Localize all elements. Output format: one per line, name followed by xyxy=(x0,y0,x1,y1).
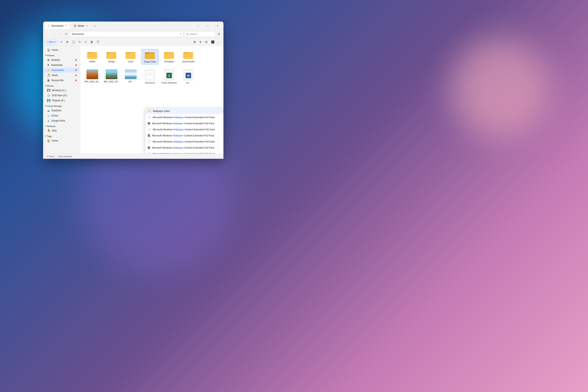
copy-button[interactable]: ⧉ xyxy=(65,39,70,45)
settings-button[interactable]: ⚙ xyxy=(216,31,222,37)
folder-templates[interactable]: Templates xyxy=(160,49,178,65)
file-license-txt[interactable]: license.txt xyxy=(141,68,159,86)
autocomplete-item-1[interactable]: 📄 Microsoft-Windows-Wallpaper-Content-Ex… xyxy=(145,114,224,120)
autocomplete-item-7[interactable]: 📄 Microsoft-Windows-Wallpaper-Content-Ex… xyxy=(145,151,224,154)
autocomplete-item-3[interactable]: 📄 Microsoft-Windows-Wallpaper-Content-Ex… xyxy=(145,126,224,132)
autocomplete-item-name-1: Microsoft-Windows-Wallpaper-Content-Exte… xyxy=(153,116,224,119)
sidebar-item-downloads[interactable]: ⬇ Downloads 📌 xyxy=(44,62,80,68)
tags-label: Tags xyxy=(47,135,52,138)
sidebar-item-desktop[interactable]: 🖥 Desktop 📌 xyxy=(44,58,80,62)
folder-fonts[interactable]: Fonts xyxy=(122,49,140,65)
autocomplete-item-4[interactable]: 🖼 Microsoft-Windows-Wallpaper-Content-Ex… xyxy=(145,132,224,138)
sidebar-item-onedrive[interactable]: ☁ OneDrive xyxy=(44,108,80,113)
autocomplete-highlight-3: Wallpaper xyxy=(173,128,184,131)
search-field[interactable]: 🔍 Search xyxy=(184,31,216,37)
music-pin-icon: 📌 xyxy=(75,74,77,76)
tags-chevron-icon: ▾ xyxy=(45,135,46,138)
music-icon: 🎵 xyxy=(47,74,50,77)
sidebar-section-tags[interactable]: ▾ Tags xyxy=(43,133,80,138)
svg-rect-4 xyxy=(107,53,116,59)
address-field[interactable]: Documents ▾ xyxy=(70,31,184,37)
sidebar-item-projects-p[interactable]: 💾 Projects (P:) xyxy=(44,98,80,103)
autocomplete-item-2[interactable]: 🖼 Microsoft-Windows-Wallpaper-Content-Ex… xyxy=(145,120,224,126)
folder-project-files[interactable]: Project Files xyxy=(141,49,159,65)
file-img-snow[interactable]: IM... xyxy=(122,68,140,86)
file-explorer-window: 📄 Documents ✕ 🏠 Home ✕ + — □ ✕ ← → ↑ ↻ D… xyxy=(43,22,224,159)
more-button[interactable]: ··· xyxy=(216,39,222,45)
info-button[interactable]: ⓘ xyxy=(95,39,101,45)
forward-button[interactable]: → xyxy=(51,31,56,37)
folder-visual-studio[interactable]: Visual Studio xyxy=(180,49,197,65)
maximize-button[interactable]: □ xyxy=(203,23,212,29)
sidebar: 🏠 Home ▾ Pinned 🖥 Desktop 📌 ⬇ Downloads … xyxy=(43,46,80,154)
file-focus-sessions[interactable]: X Focus Sessions xyxy=(160,68,178,86)
file-img-mountain-label: IMG_2022_06... xyxy=(104,80,119,83)
tab-documents-close[interactable]: ✕ xyxy=(65,24,68,28)
refresh-button[interactable]: ↻ xyxy=(64,31,69,37)
autocomplete-item-wallpaper-folder[interactable]: 📁 Wallpaper folder Ctrl+1 xyxy=(145,108,224,114)
sidebar-item-icloud[interactable]: ☁ iCloud xyxy=(44,113,80,118)
rename-button[interactable]: ✏ xyxy=(77,39,82,45)
drives-label: Drives xyxy=(47,85,54,87)
file-img-desert[interactable]: IMG_2022_06... xyxy=(84,68,101,86)
tab-documents[interactable]: 📄 Documents ✕ xyxy=(45,22,70,29)
sidebar-section-cloud[interactable]: ▾ Cloud Storage xyxy=(43,103,80,108)
autocomplete-item-6[interactable]: 🖼 Microsoft-Windows-Wallpaper-Content-Ex… xyxy=(145,145,224,151)
file-img-mountain[interactable]: IMG_2022_06... xyxy=(103,68,120,86)
sidebar-item-recycle-bin[interactable]: 🗑 Recycle Bin 📌 xyxy=(44,78,80,83)
share-button[interactable]: ↗ xyxy=(83,39,88,45)
svg-rect-8 xyxy=(145,54,154,59)
new-tab-button[interactable]: + xyxy=(92,23,98,28)
tab-home-close[interactable]: ✕ xyxy=(85,24,88,28)
sidebar-item-documents[interactable]: 📁 Documents 📌 xyxy=(44,68,80,73)
sidebar-item-music[interactable]: 🎵 Music 📌 xyxy=(44,73,80,78)
autocomplete-file-icon-3: 📄 xyxy=(148,128,151,131)
svg-text:X: X xyxy=(168,74,170,77)
panel-button[interactable]: ⬛ xyxy=(210,39,216,45)
paste-button[interactable]: 📋 xyxy=(70,39,77,45)
close-button[interactable]: ✕ xyxy=(213,23,222,29)
search-placeholder: Search xyxy=(190,33,197,36)
autocomplete-item-name-5: Microsoft-Windows-Wallpaper-Content-Exte… xyxy=(153,140,224,143)
view-button-2[interactable]: ⊟ xyxy=(204,39,209,45)
tab-home[interactable]: 🏠 Home ✕ xyxy=(71,22,91,29)
dvd-drive-icon: 💿 xyxy=(47,94,50,97)
main-area: 🏠 Home ▾ Pinned 🖥 Desktop 📌 ⬇ Downloads … xyxy=(43,46,224,154)
back-button[interactable]: ← xyxy=(45,31,50,37)
tab-home-label: Home xyxy=(78,24,84,27)
content-area: Adobe Design xyxy=(80,46,224,154)
new-button[interactable]: + New ▾ xyxy=(45,39,57,45)
delete-button[interactable]: 🗑 xyxy=(89,39,95,45)
sidebar-music-label: Music xyxy=(52,74,58,77)
onedrive-icon: ☁ xyxy=(47,109,50,112)
view-icon-2: ⊟ xyxy=(205,40,208,44)
autocomplete-item-name-6: Microsoft-Windows-Wallpaper-Content-Exte… xyxy=(152,146,224,149)
folder-adobe[interactable]: Adobe xyxy=(84,49,101,65)
svg-rect-10 xyxy=(164,53,174,59)
autocomplete-shortcut: Ctrl+1 xyxy=(223,110,224,112)
sidebar-item-tag-home[interactable]: 🏠 Home xyxy=(44,138,80,143)
sidebar-item-home[interactable]: 🏠 Home xyxy=(44,48,80,52)
folder-visual-studio-icon xyxy=(183,50,194,59)
file-word[interactable]: W Un... xyxy=(180,68,197,86)
sidebar-section-network[interactable]: ▾ Network xyxy=(43,123,80,128)
cut-button[interactable]: ✂ xyxy=(59,39,64,45)
sidebar-item-wsl[interactable]: 🐧 WSL xyxy=(44,128,80,133)
svg-rect-13 xyxy=(146,70,154,80)
folder-design[interactable]: Design xyxy=(103,49,120,65)
sidebar-section-drives[interactable]: ▾ Drives xyxy=(43,83,80,88)
minimize-button[interactable]: — xyxy=(193,23,202,29)
up-button[interactable]: ↑ xyxy=(57,31,63,37)
autocomplete-item-5[interactable]: 📄 Microsoft-Windows-Wallpaper-Content-Ex… xyxy=(145,138,224,145)
google-drive-icon: ▲ xyxy=(47,119,50,122)
toolbar: + New ▾ ✂ ⧉ 📋 ✏ ↗ 🗑 ⓘ ⊞ ⇅ xyxy=(43,38,224,46)
sidebar-wsl-label: WSL xyxy=(52,129,57,132)
item-count: 17 items xyxy=(46,155,54,158)
selected-count: 1 item selected xyxy=(58,155,72,158)
sidebar-item-google-drive[interactable]: ▲ Google Drive xyxy=(44,118,80,123)
sidebar-item-dvd-d[interactable]: 💿 DVD Rom (D:) xyxy=(44,93,80,98)
sidebar-section-pinned[interactable]: ▾ Pinned xyxy=(43,52,80,58)
sort-button[interactable]: ⇅ xyxy=(198,39,203,45)
view-button-1[interactable]: ⊞ xyxy=(192,39,197,45)
sidebar-item-windows-c[interactable]: 💾 Windows (C:) xyxy=(44,88,80,93)
